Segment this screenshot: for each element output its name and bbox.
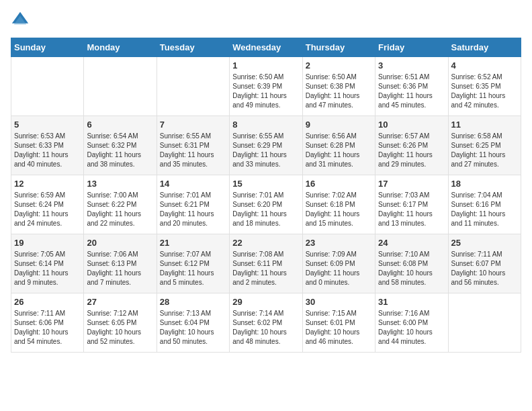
day-number: 9 [306, 120, 372, 130]
day-info: Sunrise: 7:14 AM Sunset: 6:02 PM Dayligh… [232, 309, 299, 347]
day-number: 16 [306, 179, 372, 189]
weekday-header: Friday [375, 38, 448, 57]
day-info: Sunrise: 7:15 AM Sunset: 6:01 PM Dayligh… [306, 309, 372, 347]
day-number: 15 [232, 179, 299, 189]
day-info: Sunrise: 7:06 AM Sunset: 6:13 PM Dayligh… [87, 250, 153, 287]
weekday-header: Wednesday [230, 38, 302, 57]
day-info: Sunrise: 7:01 AM Sunset: 6:21 PM Dayligh… [160, 191, 226, 228]
day-info: Sunrise: 7:05 AM Sunset: 6:14 PM Dayligh… [14, 250, 81, 287]
calendar-day-cell: 23Sunrise: 7:09 AM Sunset: 6:09 PM Dayli… [302, 234, 375, 293]
calendar-day-cell: 11Sunrise: 6:58 AM Sunset: 6:25 PM Dayli… [448, 116, 521, 175]
day-number: 27 [87, 297, 153, 307]
calendar-day-cell: 17Sunrise: 7:03 AM Sunset: 6:17 PM Dayli… [375, 175, 448, 234]
weekday-header-row: SundayMondayTuesdayWednesdayThursdayFrid… [11, 38, 521, 57]
day-info: Sunrise: 6:58 AM Sunset: 6:25 PM Dayligh… [451, 132, 518, 169]
calendar-day-cell: 24Sunrise: 7:10 AM Sunset: 6:08 PM Dayli… [375, 234, 448, 293]
day-info: Sunrise: 7:12 AM Sunset: 6:05 PM Dayligh… [87, 309, 153, 347]
day-number: 4 [451, 60, 518, 71]
day-number: 3 [378, 60, 445, 71]
day-info: Sunrise: 6:55 AM Sunset: 6:29 PM Dayligh… [232, 132, 299, 169]
day-info: Sunrise: 7:02 AM Sunset: 6:18 PM Dayligh… [306, 191, 372, 228]
calendar-day-cell: 5Sunrise: 6:53 AM Sunset: 6:33 PM Daylig… [11, 116, 84, 175]
day-number: 30 [306, 297, 372, 307]
calendar-day-cell: 26Sunrise: 7:11 AM Sunset: 6:06 PM Dayli… [11, 293, 84, 353]
day-number: 10 [378, 120, 445, 130]
day-info: Sunrise: 7:01 AM Sunset: 6:20 PM Dayligh… [232, 191, 299, 228]
calendar-week-row: 5Sunrise: 6:53 AM Sunset: 6:33 PM Daylig… [11, 116, 521, 175]
calendar-day-cell: 2Sunrise: 6:50 AM Sunset: 6:38 PM Daylig… [302, 57, 375, 116]
day-info: Sunrise: 6:55 AM Sunset: 6:31 PM Dayligh… [160, 132, 226, 169]
weekday-header: Sunday [11, 38, 84, 57]
day-number: 8 [232, 120, 299, 130]
calendar-day-cell: 4Sunrise: 6:52 AM Sunset: 6:35 PM Daylig… [448, 57, 521, 116]
day-info: Sunrise: 7:10 AM Sunset: 6:08 PM Dayligh… [378, 250, 445, 287]
weekday-header: Saturday [448, 38, 521, 57]
day-number: 14 [160, 179, 226, 189]
day-number: 24 [378, 238, 445, 248]
calendar-day-cell: 7Sunrise: 6:55 AM Sunset: 6:31 PM Daylig… [157, 116, 229, 175]
calendar-day-cell: 31Sunrise: 7:16 AM Sunset: 6:00 PM Dayli… [375, 293, 448, 353]
day-info: Sunrise: 6:54 AM Sunset: 6:32 PM Dayligh… [87, 132, 153, 169]
calendar-day-cell: 28Sunrise: 7:13 AM Sunset: 6:04 PM Dayli… [157, 293, 229, 353]
day-number: 26 [14, 297, 81, 307]
calendar-week-row: 19Sunrise: 7:05 AM Sunset: 6:14 PM Dayli… [11, 234, 521, 293]
calendar-day-cell: 16Sunrise: 7:02 AM Sunset: 6:18 PM Dayli… [302, 175, 375, 234]
calendar-day-cell: 14Sunrise: 7:01 AM Sunset: 6:21 PM Dayli… [157, 175, 229, 234]
day-number: 20 [87, 238, 153, 248]
calendar-day-cell: 19Sunrise: 7:05 AM Sunset: 6:14 PM Dayli… [11, 234, 84, 293]
calendar-day-cell: 13Sunrise: 7:00 AM Sunset: 6:22 PM Dayli… [84, 175, 157, 234]
calendar-day-cell: 30Sunrise: 7:15 AM Sunset: 6:01 PM Dayli… [302, 293, 375, 353]
day-number: 7 [160, 120, 226, 130]
calendar-day-cell: 12Sunrise: 6:59 AM Sunset: 6:24 PM Dayli… [11, 175, 84, 234]
calendar-day-cell: 10Sunrise: 6:57 AM Sunset: 6:26 PM Dayli… [375, 116, 448, 175]
day-info: Sunrise: 7:03 AM Sunset: 6:17 PM Dayligh… [378, 191, 445, 228]
day-number: 25 [451, 238, 518, 248]
day-number: 1 [232, 60, 299, 71]
calendar-day-cell: 8Sunrise: 6:55 AM Sunset: 6:29 PM Daylig… [230, 116, 302, 175]
day-number: 31 [378, 297, 445, 307]
day-info: Sunrise: 7:00 AM Sunset: 6:22 PM Dayligh… [87, 191, 153, 228]
day-number: 21 [160, 238, 226, 248]
day-info: Sunrise: 7:11 AM Sunset: 6:06 PM Dayligh… [14, 309, 81, 347]
calendar-week-row: 1Sunrise: 6:50 AM Sunset: 6:39 PM Daylig… [11, 57, 521, 116]
day-number: 28 [160, 297, 226, 307]
day-info: Sunrise: 7:16 AM Sunset: 6:00 PM Dayligh… [378, 309, 445, 347]
calendar-day-cell: 29Sunrise: 7:14 AM Sunset: 6:02 PM Dayli… [230, 293, 302, 353]
day-number: 18 [451, 179, 518, 189]
day-number: 22 [232, 238, 299, 248]
calendar-day-cell: 27Sunrise: 7:12 AM Sunset: 6:05 PM Dayli… [84, 293, 157, 353]
weekday-header: Tuesday [157, 38, 229, 57]
day-number: 11 [451, 120, 518, 130]
day-info: Sunrise: 6:50 AM Sunset: 6:38 PM Dayligh… [306, 73, 372, 110]
weekday-header: Monday [84, 38, 157, 57]
weekday-header: Thursday [302, 38, 375, 57]
day-number: 17 [378, 179, 445, 189]
calendar-day-cell: 3Sunrise: 6:51 AM Sunset: 6:36 PM Daylig… [375, 57, 448, 116]
logo-icon [11, 11, 30, 30]
day-number: 2 [306, 60, 372, 71]
day-info: Sunrise: 6:56 AM Sunset: 6:28 PM Dayligh… [306, 132, 372, 169]
day-info: Sunrise: 7:13 AM Sunset: 6:04 PM Dayligh… [160, 309, 226, 347]
calendar-day-cell: 22Sunrise: 7:08 AM Sunset: 6:11 PM Dayli… [230, 234, 302, 293]
day-info: Sunrise: 6:57 AM Sunset: 6:26 PM Dayligh… [378, 132, 445, 169]
day-number: 5 [14, 120, 81, 130]
calendar-day-cell: 25Sunrise: 7:11 AM Sunset: 6:07 PM Dayli… [448, 234, 521, 293]
calendar-day-cell: 18Sunrise: 7:04 AM Sunset: 6:16 PM Dayli… [448, 175, 521, 234]
calendar-day-cell [11, 57, 84, 116]
calendar-day-cell: 21Sunrise: 7:07 AM Sunset: 6:12 PM Dayli… [157, 234, 229, 293]
calendar-week-row: 26Sunrise: 7:11 AM Sunset: 6:06 PM Dayli… [11, 293, 521, 353]
day-number: 23 [306, 238, 372, 248]
calendar-day-cell [448, 293, 521, 353]
calendar-day-cell: 20Sunrise: 7:06 AM Sunset: 6:13 PM Dayli… [84, 234, 157, 293]
calendar-day-cell: 1Sunrise: 6:50 AM Sunset: 6:39 PM Daylig… [230, 57, 302, 116]
day-info: Sunrise: 7:04 AM Sunset: 6:16 PM Dayligh… [451, 191, 518, 228]
day-number: 13 [87, 179, 153, 189]
calendar-day-cell [157, 57, 229, 116]
calendar-week-row: 12Sunrise: 6:59 AM Sunset: 6:24 PM Dayli… [11, 175, 521, 234]
calendar-day-cell: 6Sunrise: 6:54 AM Sunset: 6:32 PM Daylig… [84, 116, 157, 175]
page-header [11, 11, 521, 30]
day-number: 12 [14, 179, 81, 189]
day-info: Sunrise: 7:08 AM Sunset: 6:11 PM Dayligh… [232, 250, 299, 287]
calendar-day-cell: 15Sunrise: 7:01 AM Sunset: 6:20 PM Dayli… [230, 175, 302, 234]
day-number: 19 [14, 238, 81, 248]
